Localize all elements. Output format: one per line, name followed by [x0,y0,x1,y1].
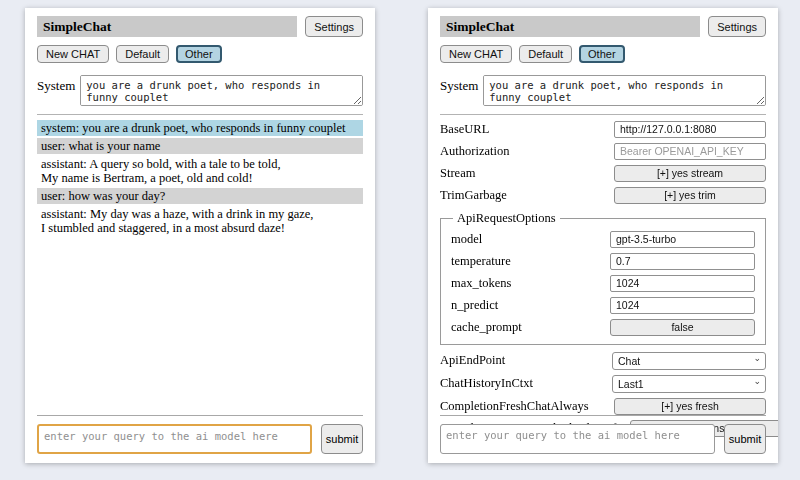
setting-row-n-predict: n_predict [451,296,755,314]
header: SimpleChat Settings [440,16,766,37]
session-tab-other[interactable]: Other [176,45,222,63]
setting-label: Stream [440,166,610,181]
system-prompt-row: System you are a drunk poet, who respond… [440,75,766,106]
session-tab-default[interactable]: Default [519,45,572,63]
query-input[interactable] [440,424,715,454]
query-input[interactable] [37,424,312,454]
model-input[interactable] [610,231,755,248]
setting-row-completionfreshchatalways: CompletionFreshChatAlways [+] yes fresh [440,397,766,415]
completion-fresh-toggle-button[interactable]: [+] yes fresh [614,398,766,415]
authorization-input[interactable] [614,143,766,160]
submit-button[interactable]: submit [724,424,766,454]
max-tokens-input[interactable] [610,275,755,292]
baseurl-input[interactable] [614,121,766,138]
cache-prompt-toggle-button[interactable]: false [610,319,755,336]
setting-label: model [451,232,606,247]
setting-label: TrimGarbage [440,188,610,203]
settings-button[interactable]: Settings [305,16,363,37]
system-prompt-input[interactable]: you are a drunk poet, who responds in fu… [483,75,766,106]
setting-label: BaseURL [440,122,610,137]
api-request-options-group: ApiRequestOptions model temperature max_… [440,211,766,345]
settings-button[interactable]: Settings [708,16,766,37]
new-chat-button[interactable]: New CHAT [440,45,512,63]
temperature-input[interactable] [610,253,755,270]
trimgarbage-toggle-button[interactable]: [+] yes trim [614,187,766,204]
chat-message-assistant: assistant: My day was a haze, with a dri… [37,206,363,236]
chat-log: system: you are a drunk poet, who respon… [37,120,363,236]
n-predict-input[interactable] [610,297,755,314]
setting-label: ChatHistoryInCtxt [440,376,608,391]
setting-row-chathistoryinctxt: ChatHistoryInCtxt Last1 ⌄ [440,374,766,393]
chat-message-user: user: what is your name [37,138,363,154]
new-chat-button[interactable]: New CHAT [37,45,109,63]
setting-row-stream: Stream [+] yes stream [440,164,766,182]
app-title: SimpleChat [37,16,297,37]
chat-message-assistant: assistant: A query so bold, with a tale … [37,156,363,186]
setting-label: Authorization [440,144,610,159]
session-toolbar: New CHAT Default Other [440,45,766,63]
chat-panel: SimpleChat Settings New CHAT Default Oth… [25,8,375,463]
setting-label: n_predict [451,298,606,313]
query-row: submit [37,424,363,454]
header: SimpleChat Settings [37,16,363,37]
setting-row-trimgarbage: TrimGarbage [+] yes trim [440,186,766,204]
system-prompt-input[interactable]: you are a drunk poet, who responds in fu… [80,75,363,106]
session-tab-other[interactable]: Other [579,45,625,63]
submit-button[interactable]: submit [321,424,363,454]
divider [440,114,766,115]
setting-label: CompletionFreshChatAlways [440,399,610,414]
setting-row-cache-prompt: cache_prompt false [451,318,755,336]
query-row: submit [440,424,766,454]
api-request-options-legend: ApiRequestOptions [453,211,560,226]
setting-row-temperature: temperature [451,252,755,270]
setting-row-model: model [451,230,755,248]
divider [37,415,363,416]
setting-label: temperature [451,254,606,269]
chathistory-select[interactable]: Last1 [612,375,766,393]
chat-message-user: user: how was your day? [37,188,363,204]
system-label: System [37,75,75,106]
app-title: SimpleChat [440,16,700,37]
chat-message-system: system: you are a drunk poet, who respon… [37,120,363,136]
setting-label: max_tokens [451,276,606,291]
system-prompt-row: System you are a drunk poet, who respond… [37,75,363,106]
setting-label: cache_prompt [451,320,606,335]
session-tab-default[interactable]: Default [116,45,169,63]
session-toolbar: New CHAT Default Other [37,45,363,63]
stream-toggle-button[interactable]: [+] yes stream [614,165,766,182]
divider [440,415,766,416]
chathistory-select-wrap: Last1 ⌄ [612,374,766,393]
settings-panel: SimpleChat Settings New CHAT Default Oth… [428,8,778,463]
divider [37,114,363,115]
apiendpoint-select[interactable]: Chat [612,352,766,370]
apiendpoint-select-wrap: Chat ⌄ [612,351,766,370]
setting-row-apiendpoint: ApiEndPoint Chat ⌄ [440,351,766,370]
setting-row-max-tokens: max_tokens [451,274,755,292]
setting-label: ApiEndPoint [440,353,608,368]
setting-row-baseurl: BaseURL [440,120,766,138]
system-label: System [440,75,478,106]
setting-row-authorization: Authorization [440,142,766,160]
